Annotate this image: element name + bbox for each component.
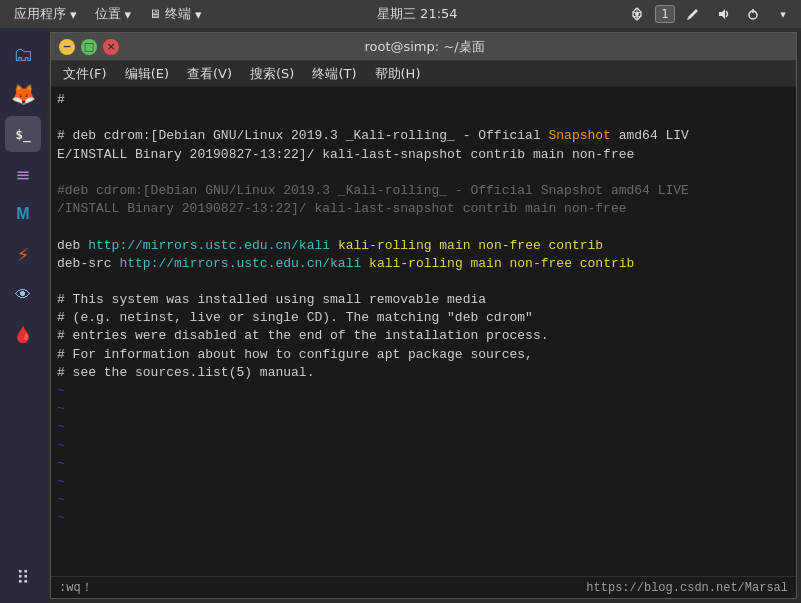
terminal-title: root@simp: ~/桌面 <box>119 38 730 56</box>
top-bar-datetime: 星期三 21:54 <box>377 5 458 23</box>
line-blank-2 <box>57 164 790 182</box>
sidebar-firefox-icon[interactable]: 🦊 <box>5 76 41 112</box>
settings-arrow-icon[interactable]: ▾ <box>771 4 795 24</box>
line-deb-url-1: deb http://mirrors.ustc.edu.cn/kali kali… <box>57 237 790 255</box>
line-comment-4: # For information about how to configure… <box>57 346 790 364</box>
menu-apps-arrow: ▾ <box>70 7 77 22</box>
line-tilde-2: ~ <box>57 400 790 418</box>
terminal-menubar: 文件(F) 编辑(E) 查看(V) 搜索(S) 终端(T) 帮助(H) <box>51 61 796 87</box>
top-bar-right: 1 ▾ <box>625 4 795 24</box>
line-deb-comment-2: /INSTALL Binary 20190827-13:22]/ kali-la… <box>57 200 790 218</box>
pencil-icon[interactable] <box>681 4 705 24</box>
sidebar-files-icon[interactable]: ≡ <box>5 156 41 192</box>
line-comment-3: # entries were disabled at the end of th… <box>57 327 790 345</box>
line-hash: # <box>57 91 790 109</box>
menu-view[interactable]: 查看(V) <box>179 63 240 85</box>
sidebar-apps-icon[interactable]: ⠿ <box>5 559 41 595</box>
line-comment-2: # (e.g. netinst, live or single CD). The… <box>57 309 790 327</box>
top-bar: 应用程序 ▾ 位置 ▾ 🖥 终端 ▾ 星期三 21:54 1 <box>0 0 801 28</box>
line-deb-active-2: E/INSTALL Binary 20190827-13:22]/ kali-l… <box>57 146 790 164</box>
sidebar-burp-icon[interactable]: ⚡ <box>5 236 41 272</box>
workspace-badge[interactable]: 1 <box>655 5 675 23</box>
sidebar-bloodhound-icon[interactable]: 🩸 <box>5 316 41 352</box>
menu-places-label: 位置 <box>95 5 121 23</box>
line-comment-5: # see the sources.list(5) manual. <box>57 364 790 382</box>
line-deb-url-2: deb-src http://mirrors.ustc.edu.cn/kali … <box>57 255 790 273</box>
menu-edit[interactable]: 编辑(E) <box>117 63 177 85</box>
line-tilde-6: ~ <box>57 473 790 491</box>
sidebar: 🗂 🦊 $_ ≡ M ⚡ 👁 🩸 ⠿ <box>0 28 46 603</box>
network-icon[interactable] <box>625 4 649 24</box>
terminal-content[interactable]: # # deb cdrom:[Debian GNU/Linux 2019.3 _… <box>51 87 796 576</box>
menu-terminal-arrow: ▾ <box>195 7 202 22</box>
power-icon[interactable] <box>741 4 765 24</box>
menu-search[interactable]: 搜索(S) <box>242 63 302 85</box>
line-deb-comment-1: #deb cdrom:[Debian GNU/Linux 2019.3 _Kal… <box>57 182 790 200</box>
sidebar-eye-icon[interactable]: 👁 <box>5 276 41 312</box>
sidebar-malwarebytes-icon[interactable]: M <box>5 196 41 232</box>
vim-command: :wq！ <box>59 579 93 596</box>
window-buttons: − □ × <box>59 39 119 55</box>
line-blank-1 <box>57 109 790 127</box>
svg-marker-2 <box>719 9 725 19</box>
main-layout: 🗂 🦊 $_ ≡ M ⚡ 👁 🩸 ⠿ − □ × root@simp: ~/桌面 <box>0 28 801 603</box>
settings-arrow-glyph: ▾ <box>780 8 786 21</box>
menu-apps[interactable]: 应用程序 ▾ <box>6 3 85 25</box>
terminal-titlebar: − □ × root@simp: ~/桌面 <box>51 33 796 61</box>
minimize-button[interactable]: − <box>59 39 75 55</box>
terminal-wrapper: − □ × root@simp: ~/桌面 文件(F) 编辑(E) 查看(V) … <box>46 28 801 603</box>
terminal-statusbar: :wq！ https://blog.csdn.net/Marsal <box>51 576 796 598</box>
close-button[interactable]: × <box>103 39 119 55</box>
terminal-icon-top: 🖥 <box>149 7 161 21</box>
line-tilde-3: ~ <box>57 418 790 436</box>
terminal-window: − □ × root@simp: ~/桌面 文件(F) 编辑(E) 查看(V) … <box>50 32 797 599</box>
sidebar-folder-icon[interactable]: 🗂 <box>5 36 41 72</box>
status-url: https://blog.csdn.net/Marsal <box>586 581 788 595</box>
line-blank-3 <box>57 218 790 236</box>
menu-terminal[interactable]: 🖥 终端 ▾ <box>141 3 210 25</box>
menu-help[interactable]: 帮助(H) <box>367 63 429 85</box>
sidebar-terminal-icon[interactable]: $_ <box>5 116 41 152</box>
line-tilde-7: ~ <box>57 491 790 509</box>
maximize-button[interactable]: □ <box>81 39 97 55</box>
menu-terminal-label: 终端 <box>165 5 191 23</box>
line-tilde-5: ~ <box>57 455 790 473</box>
menu-apps-label: 应用程序 <box>14 5 66 23</box>
line-tilde-8: ~ <box>57 509 790 527</box>
menu-file[interactable]: 文件(F) <box>55 63 115 85</box>
line-deb-active-1: # deb cdrom:[Debian GNU/Linux 2019.3 _Ka… <box>57 127 790 145</box>
line-tilde-1: ~ <box>57 382 790 400</box>
audio-icon[interactable] <box>711 4 735 24</box>
line-comment-1: # This system was installed using small … <box>57 291 790 309</box>
top-bar-left: 应用程序 ▾ 位置 ▾ 🖥 终端 ▾ <box>6 3 210 25</box>
line-tilde-4: ~ <box>57 437 790 455</box>
line-blank-4 <box>57 273 790 291</box>
menu-terminal-item[interactable]: 终端(T) <box>304 63 364 85</box>
menu-places-arrow: ▾ <box>125 7 132 22</box>
menu-places[interactable]: 位置 ▾ <box>87 3 140 25</box>
